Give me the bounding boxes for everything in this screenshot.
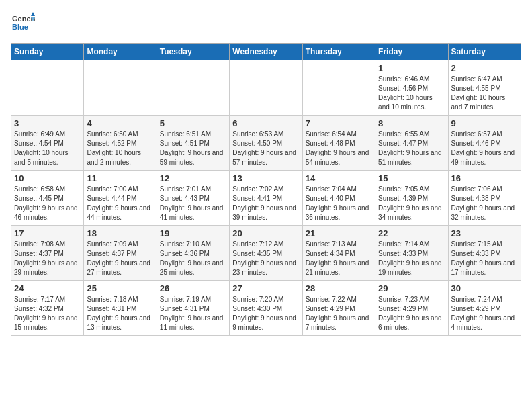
- day-number: 11: [87, 173, 153, 183]
- day-cell: 21Sunrise: 7:13 AM Sunset: 4:34 PM Dayli…: [302, 226, 375, 281]
- day-number: 4: [87, 118, 153, 128]
- day-info: Sunrise: 7:17 AM Sunset: 4:32 PM Dayligh…: [14, 295, 81, 332]
- day-cell: 25Sunrise: 7:18 AM Sunset: 4:31 PM Dayli…: [84, 281, 157, 336]
- day-number: 14: [306, 173, 372, 183]
- day-info: Sunrise: 7:23 AM Sunset: 4:29 PM Dayligh…: [378, 295, 445, 332]
- day-cell: 19Sunrise: 7:10 AM Sunset: 4:36 PM Dayli…: [157, 226, 229, 281]
- day-cell: 28Sunrise: 7:22 AM Sunset: 4:29 PM Dayli…: [302, 281, 375, 336]
- day-info: Sunrise: 7:08 AM Sunset: 4:37 PM Dayligh…: [14, 240, 81, 277]
- day-number: 21: [306, 228, 372, 238]
- day-cell: 29Sunrise: 7:23 AM Sunset: 4:29 PM Dayli…: [375, 281, 448, 336]
- week-row-1: 1Sunrise: 6:46 AM Sunset: 4:56 PM Daylig…: [11, 60, 521, 116]
- week-row-3: 10Sunrise: 6:58 AM Sunset: 4:45 PM Dayli…: [11, 171, 521, 226]
- day-cell: 26Sunrise: 7:19 AM Sunset: 4:31 PM Dayli…: [157, 281, 229, 336]
- day-number: 22: [378, 228, 445, 238]
- logo: General Blue: [11, 11, 35, 35]
- col-header-friday: Friday: [375, 44, 448, 60]
- day-info: Sunrise: 6:47 AM Sunset: 4:55 PM Dayligh…: [451, 75, 518, 112]
- day-info: Sunrise: 7:09 AM Sunset: 4:37 PM Dayligh…: [87, 240, 153, 277]
- day-cell: 17Sunrise: 7:08 AM Sunset: 4:37 PM Dayli…: [11, 226, 84, 281]
- header: General Blue: [11, 11, 521, 35]
- day-number: 18: [87, 228, 153, 238]
- day-cell: [84, 60, 157, 116]
- day-number: 30: [451, 283, 518, 293]
- day-cell: 10Sunrise: 6:58 AM Sunset: 4:45 PM Dayli…: [11, 171, 84, 226]
- day-cell: 27Sunrise: 7:20 AM Sunset: 4:30 PM Dayli…: [230, 281, 302, 336]
- week-row-5: 24Sunrise: 7:17 AM Sunset: 4:32 PM Dayli…: [11, 281, 521, 336]
- day-info: Sunrise: 7:14 AM Sunset: 4:33 PM Dayligh…: [378, 240, 445, 277]
- col-header-sunday: Sunday: [11, 44, 84, 60]
- day-info: Sunrise: 6:50 AM Sunset: 4:52 PM Dayligh…: [87, 130, 153, 167]
- week-row-4: 17Sunrise: 7:08 AM Sunset: 4:37 PM Dayli…: [11, 226, 521, 281]
- day-number: 19: [160, 228, 226, 238]
- day-info: Sunrise: 7:05 AM Sunset: 4:39 PM Dayligh…: [378, 185, 445, 222]
- day-cell: [157, 60, 229, 116]
- calendar-table: SundayMondayTuesdayWednesdayThursdayFrid…: [11, 43, 521, 336]
- day-info: Sunrise: 7:06 AM Sunset: 4:38 PM Dayligh…: [451, 185, 518, 222]
- day-info: Sunrise: 6:54 AM Sunset: 4:48 PM Dayligh…: [306, 130, 372, 167]
- day-cell: 8Sunrise: 6:55 AM Sunset: 4:47 PM Daylig…: [375, 116, 448, 171]
- day-info: Sunrise: 7:13 AM Sunset: 4:34 PM Dayligh…: [306, 240, 372, 277]
- day-cell: 7Sunrise: 6:54 AM Sunset: 4:48 PM Daylig…: [302, 116, 375, 171]
- day-info: Sunrise: 7:22 AM Sunset: 4:29 PM Dayligh…: [306, 295, 372, 332]
- day-number: 24: [14, 283, 81, 293]
- day-cell: 22Sunrise: 7:14 AM Sunset: 4:33 PM Dayli…: [375, 226, 448, 281]
- day-cell: [302, 60, 375, 116]
- day-number: 13: [232, 173, 299, 183]
- col-header-wednesday: Wednesday: [230, 44, 302, 60]
- day-cell: 6Sunrise: 6:53 AM Sunset: 4:50 PM Daylig…: [230, 116, 302, 171]
- day-cell: 30Sunrise: 7:24 AM Sunset: 4:29 PM Dayli…: [448, 281, 521, 336]
- day-info: Sunrise: 6:57 AM Sunset: 4:46 PM Dayligh…: [451, 130, 518, 167]
- col-header-monday: Monday: [84, 44, 157, 60]
- day-cell: 3Sunrise: 6:49 AM Sunset: 4:54 PM Daylig…: [11, 116, 84, 171]
- svg-text:Blue: Blue: [12, 23, 28, 31]
- day-cell: 2Sunrise: 6:47 AM Sunset: 4:55 PM Daylig…: [448, 60, 521, 116]
- day-info: Sunrise: 6:49 AM Sunset: 4:54 PM Dayligh…: [14, 130, 81, 167]
- logo-icon: General Blue: [11, 11, 35, 35]
- day-info: Sunrise: 7:12 AM Sunset: 4:35 PM Dayligh…: [232, 240, 299, 277]
- col-header-saturday: Saturday: [448, 44, 521, 60]
- day-cell: 9Sunrise: 6:57 AM Sunset: 4:46 PM Daylig…: [448, 116, 521, 171]
- day-cell: [11, 60, 84, 116]
- day-info: Sunrise: 7:20 AM Sunset: 4:30 PM Dayligh…: [232, 295, 299, 332]
- day-number: 6: [232, 118, 299, 128]
- day-number: 27: [232, 283, 299, 293]
- day-cell: 14Sunrise: 7:04 AM Sunset: 4:40 PM Dayli…: [302, 171, 375, 226]
- day-number: 3: [14, 118, 81, 128]
- day-info: Sunrise: 6:46 AM Sunset: 4:56 PM Dayligh…: [378, 75, 445, 112]
- day-number: 9: [451, 118, 518, 128]
- day-number: 29: [378, 283, 445, 293]
- day-number: 5: [160, 118, 226, 128]
- day-info: Sunrise: 7:24 AM Sunset: 4:29 PM Dayligh…: [451, 295, 518, 332]
- day-info: Sunrise: 6:55 AM Sunset: 4:47 PM Dayligh…: [378, 130, 445, 167]
- day-number: 1: [378, 63, 445, 73]
- day-number: 10: [14, 173, 81, 183]
- col-header-tuesday: Tuesday: [157, 44, 229, 60]
- day-info: Sunrise: 6:51 AM Sunset: 4:51 PM Dayligh…: [160, 130, 226, 167]
- day-info: Sunrise: 7:01 AM Sunset: 4:43 PM Dayligh…: [160, 185, 226, 222]
- day-info: Sunrise: 7:02 AM Sunset: 4:41 PM Dayligh…: [232, 185, 299, 222]
- day-info: Sunrise: 7:04 AM Sunset: 4:40 PM Dayligh…: [306, 185, 372, 222]
- day-info: Sunrise: 6:58 AM Sunset: 4:45 PM Dayligh…: [14, 185, 81, 222]
- day-number: 23: [451, 228, 518, 238]
- day-cell: 13Sunrise: 7:02 AM Sunset: 4:41 PM Dayli…: [230, 171, 302, 226]
- day-info: Sunrise: 7:19 AM Sunset: 4:31 PM Dayligh…: [160, 295, 226, 332]
- day-cell: 24Sunrise: 7:17 AM Sunset: 4:32 PM Dayli…: [11, 281, 84, 336]
- day-number: 2: [451, 63, 518, 73]
- day-cell: 20Sunrise: 7:12 AM Sunset: 4:35 PM Dayli…: [230, 226, 302, 281]
- day-number: 7: [306, 118, 372, 128]
- day-cell: 1Sunrise: 6:46 AM Sunset: 4:56 PM Daylig…: [375, 60, 448, 116]
- day-cell: [230, 60, 302, 116]
- day-info: Sunrise: 7:18 AM Sunset: 4:31 PM Dayligh…: [87, 295, 153, 332]
- day-cell: 16Sunrise: 7:06 AM Sunset: 4:38 PM Dayli…: [448, 171, 521, 226]
- day-cell: 23Sunrise: 7:15 AM Sunset: 4:33 PM Dayli…: [448, 226, 521, 281]
- day-cell: 18Sunrise: 7:09 AM Sunset: 4:37 PM Dayli…: [84, 226, 157, 281]
- day-number: 15: [378, 173, 445, 183]
- day-number: 28: [306, 283, 372, 293]
- day-number: 20: [232, 228, 299, 238]
- day-info: Sunrise: 7:15 AM Sunset: 4:33 PM Dayligh…: [451, 240, 518, 277]
- col-header-thursday: Thursday: [302, 44, 375, 60]
- day-cell: 5Sunrise: 6:51 AM Sunset: 4:51 PM Daylig…: [157, 116, 229, 171]
- day-cell: 4Sunrise: 6:50 AM Sunset: 4:52 PM Daylig…: [84, 116, 157, 171]
- svg-marker-2: [31, 12, 35, 16]
